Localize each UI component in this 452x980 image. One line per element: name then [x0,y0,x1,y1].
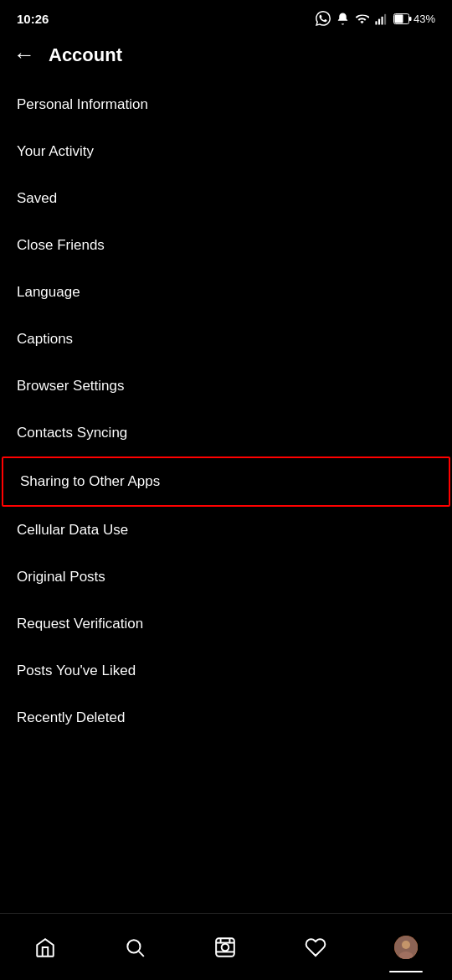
menu-item-label-request-verification: Request Verification [17,616,143,632]
svg-point-0 [342,15,343,16]
heart-icon [305,936,326,958]
menu-item-sharing-to-other-apps[interactable]: Sharing to Other Apps [2,456,450,507]
page-title: Account [49,44,122,66]
menu-item-your-activity[interactable]: Your Activity [0,128,452,175]
svg-rect-6 [394,14,403,23]
nav-search[interactable] [110,930,159,965]
menu-item-recently-deleted[interactable]: Recently Deleted [0,694,452,741]
header: ← Account [0,34,452,81]
menu-item-label-posts-youve-liked: Posts You've Liked [17,663,136,679]
whatsapp-icon [316,11,331,26]
menu-item-label-personal-information: Personal Information [17,96,148,113]
svg-rect-7 [409,17,412,21]
menu-item-label-cellular-data-use: Cellular Data Use [17,522,128,539]
menu-item-label-recently-deleted: Recently Deleted [17,709,125,726]
reels-icon [214,936,236,958]
svg-rect-3 [381,16,383,24]
home-icon [34,936,56,958]
menu-item-label-captions: Captions [17,331,73,348]
menu-item-language[interactable]: Language [0,269,452,316]
menu-item-browser-settings[interactable]: Browser Settings [0,363,452,410]
bottom-nav [0,913,452,980]
avatar [394,936,418,959]
nav-profile[interactable] [381,929,431,966]
wifi-icon [355,12,369,26]
menu-item-original-posts[interactable]: Original Posts [0,554,452,601]
svg-point-11 [222,943,229,951]
menu-item-label-saved: Saved [17,190,57,207]
svg-rect-1 [375,21,377,24]
nav-activity[interactable] [291,930,340,965]
status-time: 10:26 [17,12,49,26]
search-icon [124,936,146,958]
menu-item-request-verification[interactable]: Request Verification [0,601,452,647]
svg-rect-2 [378,18,380,24]
menu-item-label-language: Language [17,284,80,301]
menu-item-label-close-friends: Close Friends [17,237,105,254]
status-icons: 43% [316,11,435,26]
svg-point-17 [402,941,410,949]
nav-reels[interactable] [201,930,249,965]
svg-rect-10 [216,938,234,957]
menu-list: Personal InformationYour ActivitySavedCl… [0,81,452,741]
svg-rect-4 [384,13,386,24]
menu-item-saved[interactable]: Saved [0,175,452,222]
svg-line-9 [139,951,144,956]
menu-item-close-friends[interactable]: Close Friends [0,222,452,269]
menu-item-personal-information[interactable]: Personal Information [0,81,452,128]
menu-item-label-your-activity: Your Activity [17,143,94,160]
menu-item-label-contacts-syncing: Contacts Syncing [17,425,127,441]
back-button[interactable]: ← [13,42,35,68]
menu-item-posts-youve-liked[interactable]: Posts You've Liked [0,647,452,694]
svg-point-8 [128,940,141,952]
menu-item-label-original-posts: Original Posts [17,569,105,585]
menu-item-label-sharing-to-other-apps: Sharing to Other Apps [20,473,160,490]
menu-item-contacts-syncing[interactable]: Contacts Syncing [0,410,452,456]
menu-item-label-browser-settings: Browser Settings [17,378,125,395]
menu-item-captions[interactable]: Captions [0,316,452,363]
nav-home[interactable] [21,930,69,965]
alarm-icon [336,12,350,26]
menu-item-cellular-data-use[interactable]: Cellular Data Use [0,507,452,554]
status-bar: 10:26 43% [0,0,452,34]
signal-icon [374,12,388,26]
battery-icon: 43% [393,13,435,25]
